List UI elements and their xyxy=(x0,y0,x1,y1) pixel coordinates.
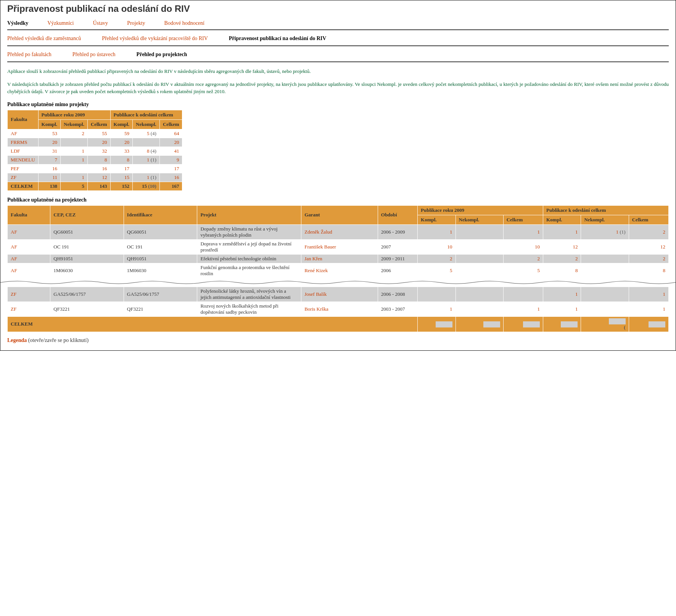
cell: 1 xyxy=(543,287,581,302)
table-row: MENDELU71881 (1)9 xyxy=(8,155,182,164)
cell: QG60051 xyxy=(124,224,197,239)
cell: QG60051 xyxy=(50,224,124,239)
cell: 5 xyxy=(418,263,455,278)
cell: 16 xyxy=(38,164,61,173)
col-nekompl: Nekompl. xyxy=(581,215,629,224)
tabs-level-3: Přehled po fakultáchPřehled po ústavechP… xyxy=(7,48,669,62)
cell xyxy=(455,302,503,316)
tab-p-ehled-po-fakult-ch[interactable]: Přehled po fakultách xyxy=(7,52,52,57)
cell: Polyfenolické látky hroznů, révových vín… xyxy=(197,287,301,302)
fakulta-link[interactable]: AF xyxy=(8,129,39,138)
fakulta-link[interactable]: AF xyxy=(8,239,50,254)
total-label: CELKEM xyxy=(8,316,418,332)
fakulta-link[interactable]: AF xyxy=(8,254,50,263)
fakulta-link[interactable]: AF xyxy=(8,263,50,278)
cell xyxy=(455,254,503,263)
section-1-title: Publikace uplatněné mimo projekty xyxy=(7,102,669,108)
garant-link[interactable]: Zdeněk Žalud xyxy=(301,224,378,239)
tab-v-zkumn-ci[interactable]: Výzkumníci xyxy=(47,20,74,26)
total-label: CELKEM xyxy=(8,182,39,190)
cell-redacted xyxy=(543,316,581,332)
tabs-level-2: Přehled výsledků dle zaměstnancůPřehled … xyxy=(7,32,669,46)
tab-p-ehled-v-sledk-dle-zam-stnanc-[interactable]: Přehled výsledků dle zaměstnanců xyxy=(7,35,81,41)
cell: 8 xyxy=(110,155,133,164)
fakulta-link[interactable]: PEF xyxy=(8,164,39,173)
tab-p-ehled-po-stavech[interactable]: Přehled po ústavech xyxy=(72,52,116,57)
cell: 32 xyxy=(87,147,110,155)
cell: 2009 - 2011 xyxy=(378,254,417,263)
tab-bodov-hodnocen-[interactable]: Bodové hodnocení xyxy=(164,20,204,26)
cell xyxy=(61,138,88,147)
cell: 1 (1) xyxy=(581,224,629,239)
col-garant: Garant xyxy=(301,205,378,224)
cell: 10 xyxy=(418,239,455,254)
description-2: V následujících tabulkách je zobrazen př… xyxy=(7,81,669,95)
cell: GA525/06/1757 xyxy=(50,287,124,302)
col-pubcelk: Publikace k odeslání celkem xyxy=(110,110,182,119)
garant-link[interactable]: Josef Balík xyxy=(301,287,378,302)
col-cep: CEP, CEZ xyxy=(50,205,124,224)
cell xyxy=(581,263,629,278)
fakulta-link[interactable]: MENDELU xyxy=(8,155,39,164)
legend-toggle[interactable]: Legenda (otevře/zavře se po kliknutí) xyxy=(7,337,669,343)
col-ident: Identifikace xyxy=(124,205,197,224)
garant-link[interactable]: Boris Krška xyxy=(301,302,378,316)
cell: 1 xyxy=(629,302,668,316)
col-nekompl: Nekompl. xyxy=(61,119,88,129)
tear-line xyxy=(0,279,676,286)
garant-link[interactable]: René Kizek xyxy=(301,263,378,278)
cell: 1 xyxy=(418,224,455,239)
fakulta-link[interactable]: ZF xyxy=(8,302,50,316)
cell: 1 (1) xyxy=(133,173,160,182)
cell: 143 xyxy=(87,182,110,190)
fakulta-link[interactable]: FRRMS xyxy=(8,138,39,147)
cell: 8 xyxy=(87,155,110,164)
cell: 15 (10) xyxy=(133,182,160,190)
garant-link[interactable]: Jan Křen xyxy=(301,254,378,263)
cell: 9 xyxy=(159,155,182,164)
table-row: AF1M060301M06030Funkční genomika a prote… xyxy=(8,263,669,278)
cell: 1 xyxy=(543,224,581,239)
table-row: ZFQF3221QF3221Rozvoj nových školkařských… xyxy=(8,302,669,316)
cell-redacted xyxy=(503,316,543,332)
tab-v-sledky[interactable]: Výsledky xyxy=(7,20,28,26)
cell: 55 xyxy=(87,129,110,138)
col-pubcelk: Publikace k odeslání celkem xyxy=(543,205,669,215)
tab--stavy[interactable]: Ústavy xyxy=(93,20,108,26)
cell xyxy=(503,287,543,302)
cell xyxy=(581,254,629,263)
col-celkem: Celkem xyxy=(629,215,668,224)
fakulta-link[interactable]: ZF xyxy=(8,287,50,302)
garant-link[interactable]: František Bauer xyxy=(301,239,378,254)
col-kompl: Kompl. xyxy=(38,119,61,129)
cell: 1 xyxy=(61,173,88,182)
cell xyxy=(133,138,160,147)
cell: 59 xyxy=(110,129,133,138)
col-fakulta: Fakulta xyxy=(8,110,39,129)
col-celkem: Celkem xyxy=(503,215,543,224)
cell: 152 xyxy=(110,182,133,190)
tab-p-ehled-v-sledk-dle-vyk-z-n-pracovi-t-do-riv[interactable]: Přehled výsledků dle vykázání pracoviště… xyxy=(102,35,208,41)
tab-p-ehled-po-projektech[interactable]: Přehled po projektech xyxy=(137,52,187,57)
table-row: AFQH91051QH91051Efektivní pěstební techn… xyxy=(8,254,669,263)
cell: 11 xyxy=(38,173,61,182)
col-celkem: Celkem xyxy=(87,119,110,129)
fakulta-link[interactable]: LDF xyxy=(8,147,39,155)
col-projekt: Projekt xyxy=(197,205,301,224)
fakulta-link[interactable]: ZF xyxy=(8,173,39,182)
tab-p-ipravenost-publikac-na-odesl-n-do-riv[interactable]: Připravenost publikací na odeslání do RI… xyxy=(229,35,327,41)
table-na-projektech-cont: ZFGA525/06/1757GA525/06/1757Polyfenolick… xyxy=(7,287,669,332)
cell: 2006 - 2008 xyxy=(378,287,417,302)
tab-projekty[interactable]: Projekty xyxy=(127,20,145,26)
cell: 20 xyxy=(159,138,182,147)
page-title: Připravenost publikací na odeslání do RI… xyxy=(7,3,669,14)
cell: 138 xyxy=(38,182,61,190)
cell: Efektivní pěstební technologie obilnin xyxy=(197,254,301,263)
cell: GA525/06/1757 xyxy=(124,287,197,302)
table-row: AFQG60051QG60051Dopady změny klimatu na … xyxy=(8,224,669,239)
fakulta-link[interactable]: AF xyxy=(8,224,50,239)
cell: 2006 xyxy=(378,263,417,278)
cell: 2 xyxy=(629,224,668,239)
cell-redacted xyxy=(418,316,455,332)
cell: 1 xyxy=(61,147,88,155)
